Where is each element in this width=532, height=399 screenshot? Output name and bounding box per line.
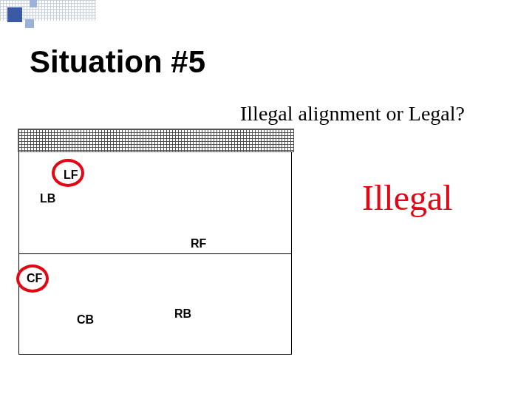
net-icon — [18, 129, 294, 152]
position-cf: CF — [27, 272, 42, 285]
position-rb: RB — [174, 307, 191, 321]
position-lf: LF — [64, 168, 78, 182]
decor-block-dark — [7, 7, 22, 22]
position-lb: LB — [40, 192, 55, 205]
position-cb: CB — [77, 313, 94, 327]
slide-title: Situation #5 — [30, 44, 205, 80]
court-diagram: LF LB RF CF CB RB — [18, 151, 292, 355]
question-text: Illegal alignment or Legal? — [240, 102, 465, 126]
slide-corner-decoration — [0, 0, 96, 35]
verdict-text: Illegal — [362, 177, 453, 218]
decor-block-light — [25, 19, 34, 28]
position-rf: RF — [191, 237, 206, 250]
court-midline — [19, 253, 291, 254]
decor-block-light — [30, 0, 37, 7]
